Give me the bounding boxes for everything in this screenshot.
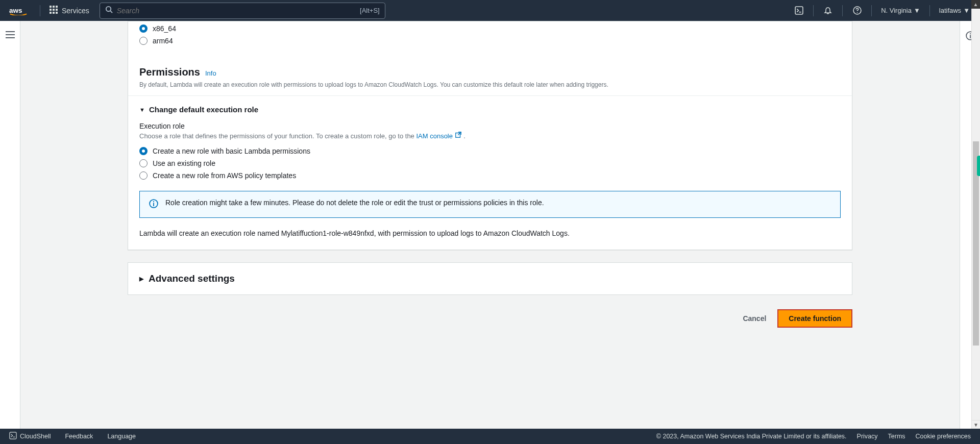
alert-text: Role creation might take a few minutes. … [165,199,544,207]
role-option-existing[interactable]: Use an existing role [139,157,841,169]
svg-rect-6 [56,9,58,11]
chevron-down-icon: ▼ [914,7,920,14]
iam-console-link[interactable]: IAM console [416,132,463,140]
nav-divider [871,5,872,16]
arch-option-arm64[interactable]: arm64 [139,35,841,52]
svg-rect-3 [56,6,58,8]
scrollbar-track[interactable] [971,9,980,429]
role-summary-text: Lambda will create an execution role nam… [139,229,841,250]
execution-role-expander[interactable]: ▼ Change default execution role [139,105,841,114]
cloudshell-label: CloudShell [20,433,51,440]
aws-logo[interactable]: aws [8,6,29,15]
permissions-description: By default, Lambda will create an execut… [139,81,841,88]
scroll-down-arrow[interactable]: ▼ [971,420,980,429]
search-input[interactable] [117,7,360,15]
nav-divider [929,5,930,16]
region-label: N. Virginia [881,7,912,14]
svg-point-15 [856,12,857,13]
nav-divider [813,5,814,16]
side-tab-handle[interactable] [977,156,980,176]
create-function-button[interactable]: Create function [777,309,852,328]
svg-rect-4 [50,9,52,11]
triangle-right-icon: ▶ [139,276,143,282]
cloudshell-icon[interactable] [790,2,808,20]
cloudshell-button[interactable]: CloudShell [9,432,51,441]
divider [128,95,852,96]
arch-option-x86[interactable]: x86_64 [139,21,841,35]
heading-text: Permissions [139,66,200,78]
action-row: Cancel Create function [128,295,852,331]
services-label: Services [62,7,89,15]
svg-rect-23 [153,203,154,206]
nav-divider [842,5,843,16]
radio-selected-icon [139,147,148,155]
svg-rect-1 [50,6,52,8]
radio-label: Use an existing role [153,159,215,167]
scroll-up-arrow[interactable]: ▲ [971,0,980,9]
info-icon [149,199,158,210]
svg-point-10 [106,7,111,11]
footer: CloudShell Feedback Language © 2023, Ama… [0,429,980,444]
link-text: IAM console [416,132,453,140]
radio-selected-icon [139,24,148,33]
role-option-new-basic[interactable]: Create a new role with basic Lambda perm… [139,145,841,157]
search-icon [105,6,113,15]
triangle-down-icon: ▼ [139,107,145,113]
svg-rect-2 [53,6,55,8]
radio-label: x86_64 [153,24,176,33]
svg-line-20 [458,132,461,135]
chevron-down-icon: ▼ [963,7,970,14]
language-selector[interactable]: Language [107,433,136,440]
terms-link[interactable]: Terms [888,433,905,440]
svg-line-11 [110,11,112,13]
svg-rect-9 [56,12,58,14]
notifications-icon[interactable] [819,2,837,20]
global-search[interactable]: [Alt+S] [100,3,385,19]
execution-role-label: Execution role [139,122,841,130]
role-creation-alert: Role creation might take a few minutes. … [139,191,841,218]
expander-label: Change default execution role [149,105,258,114]
feedback-link[interactable]: Feedback [65,433,93,440]
search-hint: [Alt+S] [360,7,380,14]
svg-rect-26 [970,35,971,38]
left-rail [0,21,20,429]
svg-rect-7 [50,12,52,14]
account-label: latifaws [939,7,961,14]
region-selector[interactable]: N. Virginia ▼ [877,7,924,14]
radio-label: arm64 [153,37,173,45]
radio-unselected-icon [139,37,148,45]
execution-role-hint: Choose a role that defines the permissio… [139,131,841,140]
advanced-settings-expander[interactable]: ▶ Advanced settings [139,273,841,284]
svg-point-25 [969,33,970,34]
help-icon[interactable] [848,2,866,20]
menu-toggle-icon[interactable] [6,31,15,40]
global-nav: aws Services [Alt+S] N. Virginia ▼ latif… [0,0,980,21]
advanced-settings-panel: ▶ Advanced settings [128,262,852,295]
grid-icon [50,6,58,15]
account-menu[interactable]: latifaws ▼ [935,7,974,14]
radio-unselected-icon [139,159,148,167]
role-option-template[interactable]: Create a new role from AWS policy templa… [139,169,841,182]
svg-rect-8 [53,12,55,14]
svg-text:aws: aws [9,6,22,14]
terminal-icon [9,432,17,441]
services-menu[interactable]: Services [45,6,93,15]
svg-rect-27 [10,432,16,439]
radio-label: Create a new role from AWS policy templa… [153,171,296,180]
main-content: x86_64 arm64 Permissions Info By default… [20,21,960,429]
external-link-icon [455,131,462,138]
svg-point-22 [153,201,154,202]
privacy-link[interactable]: Privacy [857,433,878,440]
cancel-button[interactable]: Cancel [741,310,768,327]
hint-text-pre: Choose a role that defines the permissio… [139,132,416,140]
radio-unselected-icon [139,171,148,180]
config-panel: x86_64 arm64 Permissions Info By default… [128,21,852,250]
radio-label: Create a new role with basic Lambda perm… [153,147,310,155]
cookie-preferences-link[interactable]: Cookie preferences [916,433,971,440]
hint-text-post: . [463,132,465,140]
svg-rect-5 [53,9,55,11]
advanced-heading-text: Advanced settings [149,273,235,284]
nav-divider [40,5,40,16]
info-link[interactable]: Info [205,69,216,77]
permissions-heading: Permissions Info [139,66,841,78]
